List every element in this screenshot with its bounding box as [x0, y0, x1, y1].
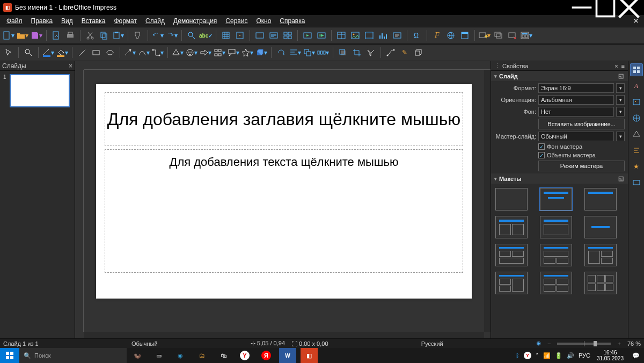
menu-file[interactable]: Файл	[2, 16, 27, 26]
layout-content[interactable]	[540, 216, 572, 238]
explorer-button[interactable]: 🗂	[191, 348, 213, 363]
flowchart-button[interactable]: ▾	[213, 46, 226, 59]
vertical-scrollbar[interactable]	[484, 70, 491, 332]
content-placeholder[interactable]: Для добавления текста щёлкните мышью	[105, 149, 463, 273]
master-mode-button[interactable]: Режим мастера	[538, 161, 625, 171]
spellcheck-button[interactable]: abc✓	[199, 29, 213, 42]
find-button[interactable]	[185, 29, 198, 42]
insert-table-button[interactable]	[335, 29, 348, 42]
bluetooth-icon[interactable]: ᛒ	[516, 352, 519, 359]
layout-6[interactable]	[584, 272, 617, 294]
arrow-line-button[interactable]: ▾	[123, 46, 136, 59]
master-obj-checkbox[interactable]: ✓	[538, 152, 545, 158]
block-arrows-button[interactable]: ▾	[199, 46, 212, 59]
app-icon[interactable]: 🦦	[127, 348, 148, 363]
redo-button[interactable]: ▾	[165, 29, 178, 42]
insert-textbox-button[interactable]	[391, 29, 404, 42]
yandex-tray-icon[interactable]: Y	[524, 352, 531, 359]
tab-styles[interactable]: A	[630, 79, 643, 92]
background-select[interactable]: Нет	[538, 107, 614, 117]
open-button[interactable]: ▾	[16, 29, 29, 42]
insert-special-button[interactable]: Ω	[411, 29, 423, 42]
zoom-slider[interactable]	[557, 343, 611, 345]
slide-thumbnail[interactable]: 1	[3, 74, 71, 107]
menu-slide[interactable]: Слайд	[141, 16, 169, 26]
layout-two-content[interactable]	[495, 216, 528, 238]
tab-properties[interactable]	[630, 63, 643, 76]
insert-fontwork-button[interactable]: F	[430, 29, 443, 42]
menu-slideshow[interactable]: Демонстрация	[169, 16, 221, 26]
callout-button[interactable]: ▾	[227, 46, 240, 59]
menu-window[interactable]: Окно	[252, 16, 275, 26]
maximize-button[interactable]	[594, 0, 617, 15]
fit-page-icon[interactable]: ⊕	[536, 340, 541, 347]
insert-image-button[interactable]: Вставить изображение...	[538, 119, 625, 129]
layout-2x2a[interactable]	[495, 244, 528, 266]
shadow-button[interactable]	[336, 46, 349, 59]
copy-button[interactable]	[98, 29, 111, 42]
select-tool[interactable]	[2, 46, 15, 59]
horizontal-ruler[interactable]	[84, 61, 491, 70]
layout-title-only[interactable]	[584, 188, 617, 210]
taskbar-search[interactable]: 🔍Поиск	[19, 348, 127, 363]
menu-view[interactable]: Вид	[57, 16, 77, 26]
grid-button[interactable]	[219, 29, 232, 42]
menu-tools[interactable]: Сервис	[221, 16, 252, 26]
chevron-down-icon[interactable]: ▾	[616, 107, 625, 117]
cut-button[interactable]	[84, 29, 97, 42]
format-select[interactable]: Экран 16:9	[538, 83, 614, 93]
zoom-tool[interactable]	[22, 46, 35, 59]
save-button[interactable]: ▾	[30, 29, 43, 42]
insert-image-button[interactable]	[349, 29, 362, 42]
section-layouts-header[interactable]: ▾Макеты◱	[491, 173, 628, 184]
layout-2x2b[interactable]	[540, 244, 572, 266]
vertical-ruler[interactable]	[75, 70, 84, 332]
layout-centered[interactable]	[584, 216, 617, 238]
layout-title-content[interactable]	[540, 188, 572, 210]
print-button[interactable]	[64, 29, 77, 42]
volume-icon[interactable]: 🔊	[567, 352, 574, 359]
yandex-button[interactable]: Y	[234, 348, 255, 363]
tab-shapes[interactable]	[630, 128, 643, 141]
close-icon[interactable]: ×	[69, 62, 72, 70]
arrange-button[interactable]: ▾	[303, 46, 316, 59]
taskbar-clock[interactable]: 16:4631.05.2023	[595, 350, 626, 361]
chevron-up-icon[interactable]: ˄	[536, 352, 539, 359]
tab-transitions[interactable]	[630, 144, 643, 157]
impress-button[interactable]: ◧	[301, 348, 318, 363]
master-select[interactable]: Обычный	[538, 132, 614, 141]
fill-color-button[interactable]: ▾	[56, 46, 69, 59]
menu-format[interactable]: Формат	[109, 16, 141, 26]
insert-media-button[interactable]	[363, 29, 376, 42]
stars-button[interactable]: ▾	[241, 46, 254, 59]
rotate-button[interactable]	[275, 46, 288, 59]
export-pdf-button[interactable]	[50, 29, 63, 42]
horizontal-scrollbar[interactable]	[84, 332, 484, 338]
start-first-button[interactable]	[315, 29, 328, 42]
del-slide-button[interactable]	[506, 29, 519, 42]
view-normal-button[interactable]	[253, 29, 266, 42]
extrusion-button[interactable]	[412, 46, 425, 59]
view-sorter-button[interactable]	[281, 29, 294, 42]
line-color-button[interactable]: ▾	[42, 46, 55, 59]
notifications-icon[interactable]: 💬	[630, 348, 642, 363]
word-button[interactable]: W	[279, 348, 296, 363]
paste-button[interactable]: ▾	[112, 29, 125, 42]
view-outline-button[interactable]	[267, 29, 280, 42]
align-button[interactable]: ▾	[289, 46, 302, 59]
tab-animation[interactable]: ★	[630, 160, 643, 173]
basic-shapes-button[interactable]: ▾	[171, 46, 184, 59]
chevron-down-icon[interactable]: ▾	[616, 83, 625, 93]
tab-navigator[interactable]	[630, 112, 643, 125]
status-zoom[interactable]: 76 %	[627, 340, 641, 347]
line-button[interactable]	[76, 46, 89, 59]
task-view-button[interactable]: ▭	[148, 348, 170, 363]
curve-button[interactable]: ▾	[137, 46, 150, 59]
tab-gallery[interactable]	[630, 96, 643, 108]
minimize-button[interactable]	[570, 0, 594, 15]
keyboard-lang[interactable]: РУС	[579, 352, 590, 359]
insert-hyperlink-button[interactable]	[444, 29, 457, 42]
crop-button[interactable]	[350, 46, 363, 59]
master-bg-checkbox[interactable]: ✓	[538, 143, 545, 150]
insert-header-button[interactable]	[458, 29, 471, 42]
